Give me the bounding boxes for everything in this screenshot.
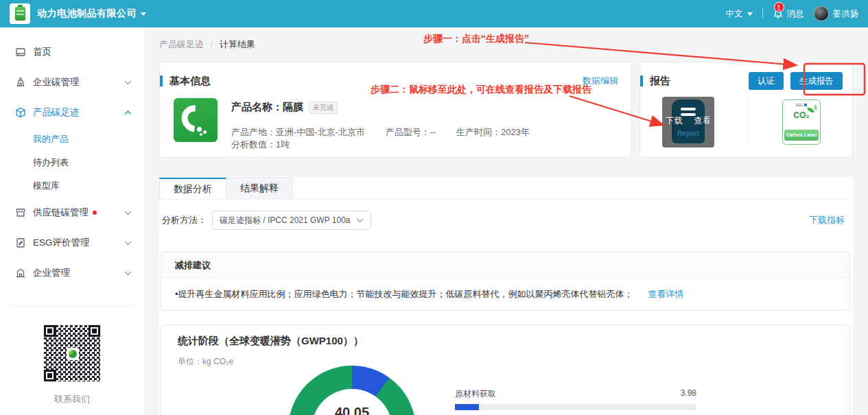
product-logo: [174, 98, 218, 142]
esg-icon: [15, 237, 26, 248]
sidebar: 首页 企业碳管理 产品碳足迹 我的产品 待办列表 模型库 供应链碳管理: [0, 27, 144, 415]
chevron-down-icon: [124, 211, 132, 215]
enterprise-carbon-icon: [15, 77, 26, 88]
chevron-down-icon: [124, 241, 132, 246]
stage-bar-track: [455, 404, 696, 410]
language-selector[interactable]: 中文: [726, 8, 753, 20]
card-accent-bar: [640, 75, 643, 86]
bell-icon: 1: [773, 8, 784, 19]
analysis-method-label: 分析方法：: [162, 214, 207, 226]
chart-title: 统计阶段（全球变暖潜势（GWP100））: [161, 325, 849, 348]
sidebar-item-home[interactable]: 首页: [0, 37, 144, 67]
chevron-down-icon: [356, 218, 364, 223]
generate-report-button[interactable]: 生成报告: [790, 72, 843, 90]
company-icon: [15, 268, 26, 278]
notification-badge: 1: [774, 2, 784, 12]
chart-unit-label: 单位：kg CO₂e: [161, 348, 849, 368]
carbon-label-thumbnail[interactable]: ESG CO₂ Carbon Label: [782, 99, 821, 145]
breadcrumb-current: 计算结果: [220, 39, 255, 49]
user-menu[interactable]: 姜洪扬: [814, 6, 859, 21]
new-indicator-dot: [93, 211, 97, 215]
sidebar-item-enterprise-carbon[interactable]: 企业碳管理: [0, 67, 144, 97]
product-name-label: 产品名称：: [231, 101, 283, 114]
product-footprint-icon: [15, 107, 26, 118]
sidebar-item-company-management[interactable]: 企业管理: [0, 258, 144, 288]
stage-bars: 原材料获取 3.98 生产 36.07: [455, 388, 696, 415]
certify-button[interactable]: 认证: [749, 72, 784, 90]
stage-chart-card: 统计阶段（全球变暖潜势（GWP100）） 单位：kg CO₂e 40.05 原材…: [161, 324, 850, 415]
top-bar: 动力电池制品有限公司 中文 1 消息 姜洪扬: [0, 0, 868, 27]
suggestions-text: •提升再生金属材料应用比例；应用绿色电力；节能技改与能效提升；低碳原料替代，例如…: [175, 289, 633, 299]
company-name[interactable]: 动力电池制品有限公司: [37, 8, 137, 20]
supply-chain-icon: [15, 207, 26, 218]
basic-info-title: 基本信息: [169, 75, 211, 88]
card-accent-bar: [160, 75, 163, 86]
stage-bar-row: 原材料获取 3.98: [455, 388, 696, 410]
contact-qr-code: [43, 324, 101, 382]
company-dropdown-caret-icon[interactable]: [141, 12, 146, 16]
tab-content-panel: 数据分析 结果解释 分析方法： 碳足迹指标 / IPCC 2021 GWP 10…: [159, 178, 853, 415]
breadcrumb-separator: /: [211, 39, 213, 49]
basic-info-card: 基本信息 数据编辑 产品名称： 隔膜 未完成: [159, 62, 631, 158]
report-divider: [748, 99, 749, 145]
report-thumbnail[interactable]: Report 下载 查看: [662, 97, 714, 147]
status-badge: 未完成: [309, 102, 338, 114]
suggestions-title: 减排建议: [161, 252, 849, 278]
stage-bar-fill: [455, 404, 479, 410]
chevron-down-icon: [124, 271, 132, 276]
sidebar-subitem-my-products[interactable]: 我的产品: [0, 128, 144, 151]
breadcrumb-parent[interactable]: 产品碳足迹: [159, 39, 204, 49]
language-caret-icon: [747, 12, 753, 16]
download-report-button[interactable]: 下载: [666, 115, 683, 127]
analysis-method-select[interactable]: 碳足迹指标 / IPCC 2021 GWP 100a: [212, 211, 371, 230]
donut-total-value: 40.05: [288, 405, 416, 415]
sidebar-item-supply-chain[interactable]: 供应链碳管理: [0, 198, 144, 228]
user-name: 姜洪扬: [833, 8, 859, 20]
company-logo-icon: [10, 3, 30, 24]
download-indicators-link[interactable]: 下载指标: [809, 214, 845, 226]
chevron-down-icon: [124, 80, 132, 85]
co2-leaf-icon: CO₂: [783, 110, 820, 120]
messages-button[interactable]: 1 消息: [773, 8, 804, 20]
sidebar-subitem-todo-list[interactable]: 待办列表: [0, 151, 144, 174]
annotation-step1-text: 步骤一：点击“生成报告”: [423, 33, 529, 45]
sidebar-divider: [10, 306, 134, 307]
avatar: [814, 6, 829, 21]
annotation-step2-text: 步骤二：鼠标移至此处，可在线查看报告及下载报告: [371, 84, 591, 96]
sidebar-item-esg[interactable]: ESG评价管理: [0, 228, 144, 258]
contact-us-label: 联系我们: [0, 393, 144, 405]
sidebar-subitem-model-library[interactable]: 模型库: [0, 174, 144, 198]
stage-value: 3.98: [681, 388, 696, 400]
product-name-value: 隔膜: [283, 101, 303, 114]
tab-bar: 数据分析 结果解释: [159, 178, 853, 200]
sidebar-item-product-footprint[interactable]: 产品碳足迹: [0, 97, 144, 128]
product-fields: 产品产地：亚洲-中国-北京-北京市 产品型号：-- 生产时间：2023年 分析数…: [231, 126, 618, 151]
report-title: 报告: [650, 75, 670, 88]
chevron-up-icon: [124, 110, 132, 115]
carbon-label-banner: Carbon Label: [784, 130, 819, 141]
tab-result-interpretation[interactable]: 结果解释: [226, 178, 293, 199]
topbar-divider: [762, 9, 763, 19]
report-card: 报告 认证 生成报告 Report 下载 查看: [640, 62, 853, 158]
view-report-button[interactable]: 查看: [694, 115, 711, 127]
home-icon: [15, 47, 26, 58]
view-details-link[interactable]: 查看详情: [648, 289, 683, 299]
stage-label: 原材料获取: [455, 388, 496, 400]
tab-data-analysis[interactable]: 数据分析: [159, 178, 226, 199]
reduction-suggestions-card: 减排建议 •提升再生金属材料应用比例；应用绿色电力；节能技改与能效提升；低碳原料…: [161, 252, 850, 311]
